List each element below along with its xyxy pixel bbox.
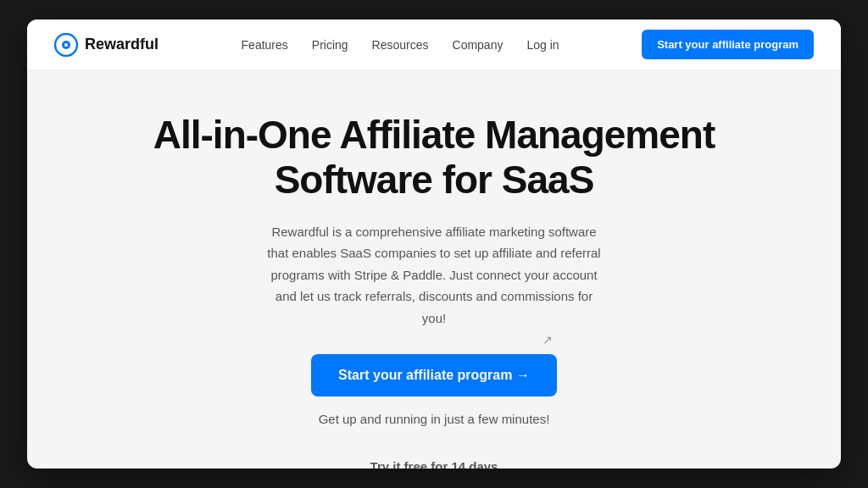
navbar: Rewardful Features Pricing Resources Com… bbox=[27, 19, 841, 70]
nav-links: Features Pricing Resources Company Log i… bbox=[242, 37, 559, 53]
decorative-shapes bbox=[44, 463, 146, 469]
hero-section: All-in-One Affiliate Management Software… bbox=[27, 70, 841, 469]
hero-trial: Try it free for 14 days bbox=[370, 456, 498, 469]
hero-cta-button[interactable]: Start your affiliate program → bbox=[311, 354, 557, 396]
logo-icon bbox=[54, 33, 78, 57]
nav-pricing[interactable]: Pricing bbox=[312, 38, 348, 52]
hero-subtext: Get up and running in just a few minutes… bbox=[319, 408, 550, 430]
browser-window: Rewardful Features Pricing Resources Com… bbox=[27, 19, 841, 469]
nav-cta-button[interactable]: Start your affiliate program bbox=[642, 30, 814, 59]
logo: Rewardful bbox=[54, 33, 159, 57]
cursor-decoration: ↗︎ bbox=[542, 333, 553, 347]
hero-headline: All-in-One Affiliate Management Software… bbox=[146, 113, 722, 202]
nav-features[interactable]: Features bbox=[242, 38, 288, 52]
nav-resources[interactable]: Resources bbox=[372, 38, 429, 52]
brand-name: Rewardful bbox=[85, 36, 159, 53]
hero-description: Rewardful is a comprehensive affiliate m… bbox=[264, 221, 604, 330]
nav-company[interactable]: Company bbox=[453, 38, 504, 52]
nav-login[interactable]: Log in bbox=[526, 38, 559, 52]
svg-point-2 bbox=[64, 43, 68, 47]
